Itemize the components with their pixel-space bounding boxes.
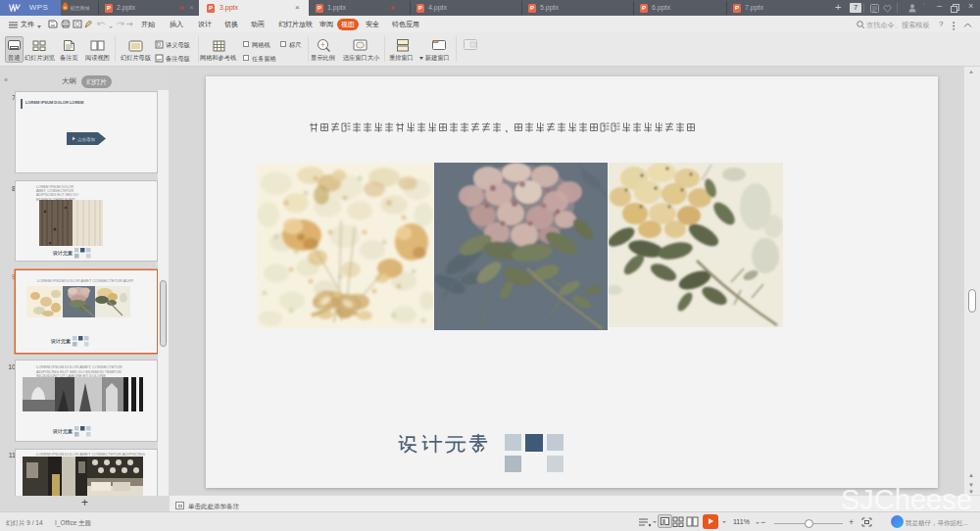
svg-text:点击添加: 点击添加 [77, 136, 96, 142]
